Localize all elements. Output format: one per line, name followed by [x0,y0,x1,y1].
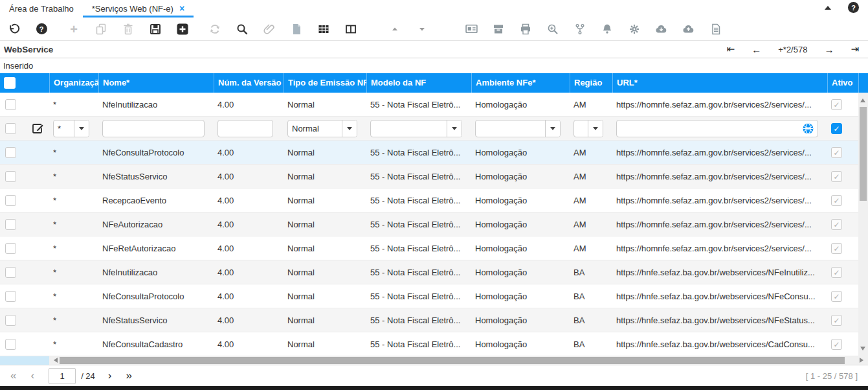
scroll-down-icon[interactable] [860,347,865,353]
versions-icon[interactable] [572,21,588,37]
row-checkbox[interactable] [5,171,16,182]
help-icon[interactable]: ? [848,2,859,13]
ativo-checkbox[interactable] [831,171,842,182]
col-organizacao[interactable]: Organização* [49,73,98,93]
organizacao-select[interactable]: * [53,120,89,137]
ativo-checkbox[interactable] [831,291,842,302]
row-checkbox[interactable] [5,243,16,254]
ativo-checkbox[interactable] [831,243,842,254]
prev-record-icon[interactable]: ← [751,44,761,55]
tipo-emissao-select[interactable]: Normal [287,120,357,137]
table-row[interactable]: * NfeConsultaCadastro 4.00 Normal 55 - N… [0,332,858,356]
regiao-select[interactable] [573,120,603,137]
refresh-icon[interactable] [207,21,223,37]
ativo-checkbox[interactable] [831,219,842,230]
close-tab-icon[interactable]: × [179,3,184,14]
ativo-checkbox[interactable] [831,147,842,158]
modelo-select[interactable] [370,120,462,137]
tab-area-de-trabalho[interactable]: Área de Trabalho [0,0,83,17]
col-nome[interactable]: Nome* [98,73,214,93]
table-row[interactable]: * NfeStatusServico 4.00 Normal 55 - Nota… [0,165,858,189]
ativo-checkbox[interactable] [831,339,842,350]
chevron-down-icon[interactable] [588,120,603,137]
select-all-checkbox[interactable] [4,77,16,89]
ativo-checkbox[interactable] [831,315,842,326]
globe-icon[interactable] [802,122,814,135]
scroll-up-icon[interactable] [860,96,865,102]
scroll-right-icon[interactable] [860,358,866,363]
horizontal-scrollbar[interactable] [0,356,868,365]
col-regiao[interactable]: Região [570,73,612,93]
ativo-checkbox[interactable] [831,123,842,134]
table-row[interactable]: * NfeInutilizacao 4.00 Normal 55 - Nota … [0,260,858,284]
document-icon[interactable] [289,21,304,37]
settings-icon[interactable] [627,21,642,37]
chevron-down-icon[interactable] [447,120,462,137]
copy-icon[interactable] [93,21,109,37]
row-checkbox[interactable] [5,123,16,134]
table-row[interactable]: * NfeStatusServico 4.00 Normal 55 - Nota… [0,308,858,332]
row-checkbox[interactable] [5,339,16,350]
ativo-checkbox[interactable] [831,267,842,278]
col-modelo[interactable]: Modelo da NF [366,73,471,93]
page-number-input[interactable] [49,368,76,384]
first-page-icon[interactable]: « [10,369,16,382]
zoom-in-icon[interactable] [545,21,561,37]
url-input[interactable] [616,120,818,137]
card-view-icon[interactable] [463,21,479,37]
row-checkbox[interactable] [5,315,16,326]
help-circle-icon[interactable]: ? [34,21,49,37]
save-icon[interactable] [148,21,163,37]
undo-icon[interactable] [6,21,22,37]
insert-record-icon[interactable] [175,21,190,37]
table-row[interactable]: * NfeConsultaProtocolo 4.00 Normal 55 - … [0,141,858,165]
nome-input[interactable] [102,120,205,137]
col-versao[interactable]: Núm. da Versão [214,73,284,93]
vertical-scroll-thumb[interactable] [860,107,867,201]
ativo-checkbox[interactable] [831,99,842,110]
cloud-download-icon[interactable] [654,21,669,37]
vertical-scrollbar[interactable] [858,93,868,356]
col-ambiente[interactable]: Ambiente NFe* [471,73,570,93]
col-tipo-emissao[interactable]: Tipo de Emissão NFe* [284,73,366,93]
split-view-icon[interactable] [343,21,359,37]
report-icon[interactable] [708,21,724,37]
delete-icon[interactable] [120,21,136,37]
collapse-panel-icon[interactable] [825,3,831,10]
row-checkbox[interactable] [5,99,16,110]
notifications-icon[interactable] [599,21,615,37]
table-row[interactable]: * NFeRetAutorizacao 4.00 Normal 55 - Not… [0,236,858,260]
cloud-upload-icon[interactable] [681,21,696,37]
col-url[interactable]: URL* [612,73,827,93]
row-checkbox[interactable] [5,267,16,278]
table-row[interactable]: * NfeConsultaProtocolo 4.00 Normal 55 - … [0,284,858,308]
next-page-icon[interactable]: › [108,369,112,382]
row-checkbox[interactable] [5,291,16,302]
table-row[interactable]: * RecepcaoEvento 4.00 Normal 55 - Nota F… [0,189,858,212]
prev-page-icon[interactable]: ‹ [30,369,34,382]
edit-record-icon[interactable] [30,120,47,137]
add-icon[interactable]: + [66,21,82,37]
chevron-down-icon[interactable] [545,120,560,137]
col-ativo[interactable]: Ativo [827,73,858,93]
horizontal-scroll-thumb[interactable] [60,357,845,364]
next-record-icon[interactable]: → [824,44,834,55]
table-row[interactable]: * NfeInutilizacao 4.00 Normal 55 - Nota … [0,93,858,117]
archive-icon[interactable] [491,21,506,37]
grid-view-icon[interactable] [316,21,331,37]
versao-input[interactable] [217,120,273,137]
chevron-down-icon[interactable] [74,120,89,137]
collapse-down-icon[interactable] [414,21,430,37]
row-checkbox[interactable] [5,195,16,206]
row-checkbox[interactable] [5,219,16,230]
tab-servicos-web[interactable]: *Serviços Web (NF-e) × [83,0,194,17]
table-row[interactable]: * NFeAutorizacao 4.00 Normal 55 - Nota F… [0,212,858,236]
ativo-checkbox[interactable] [831,195,842,206]
row-checkbox[interactable] [5,147,16,158]
print-icon[interactable] [518,21,533,37]
chevron-down-icon[interactable] [342,120,357,137]
search-icon[interactable] [234,21,250,37]
first-record-icon[interactable]: ⇤ [727,43,735,55]
attachment-icon[interactable] [262,21,277,37]
ambiente-select[interactable] [475,120,561,137]
